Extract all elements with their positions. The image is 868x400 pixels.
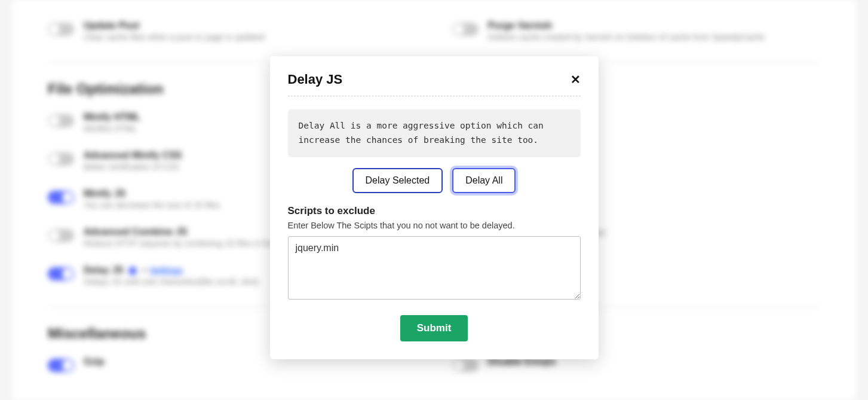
delay-selected-button[interactable]: Delay Selected bbox=[352, 168, 443, 193]
delay-all-button[interactable]: Delay All bbox=[452, 168, 516, 193]
modal-info-box: Delay All is a more aggressive option wh… bbox=[288, 109, 581, 157]
exclude-heading: Scripts to exclude bbox=[288, 205, 581, 217]
close-icon[interactable]: ✕ bbox=[571, 72, 581, 87]
modal-overlay: Delay JS ✕ Delay All is a more aggressiv… bbox=[0, 0, 868, 400]
modal-title: Delay JS bbox=[288, 72, 343, 87]
exclude-scripts-input[interactable] bbox=[288, 236, 581, 300]
exclude-help-text: Enter Below The Scipts that you no not w… bbox=[288, 221, 581, 230]
delay-js-modal: Delay JS ✕ Delay All is a more aggressiv… bbox=[270, 56, 599, 359]
submit-button[interactable]: Submit bbox=[400, 315, 468, 341]
